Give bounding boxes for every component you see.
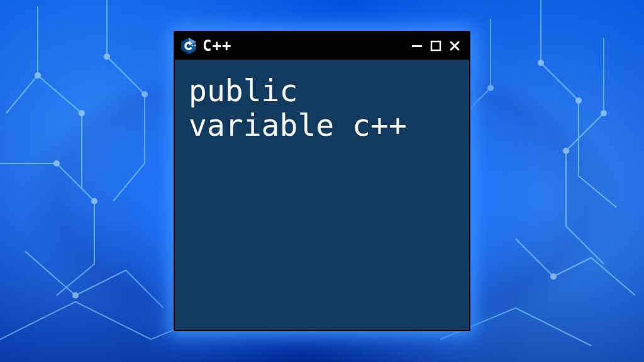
minimize-button[interactable]	[409, 38, 425, 54]
svg-point-4	[91, 198, 97, 204]
cpp-logo-icon	[180, 37, 197, 55]
svg-point-0	[35, 72, 41, 79]
svg-point-10	[563, 148, 569, 154]
svg-point-2	[104, 53, 110, 60]
svg-point-7	[575, 97, 582, 104]
svg-rect-18	[192, 45, 192, 47]
app-window: C++ public variable c++	[174, 31, 470, 331]
svg-point-12	[550, 273, 557, 280]
svg-rect-20	[194, 45, 195, 47]
svg-point-13	[72, 292, 79, 299]
svg-rect-22	[431, 41, 440, 50]
svg-point-8	[487, 85, 494, 91]
window-controls	[409, 38, 463, 54]
titlebar[interactable]: C++	[175, 32, 469, 60]
close-button[interactable]	[447, 38, 463, 54]
window-title: C++	[203, 37, 404, 55]
svg-point-11	[601, 110, 607, 116]
svg-point-1	[79, 110, 85, 116]
svg-point-3	[142, 91, 148, 97]
window-content: public variable c++	[175, 60, 469, 330]
svg-point-5	[53, 160, 60, 167]
svg-point-6	[538, 60, 544, 66]
maximize-button[interactable]	[428, 38, 444, 54]
svg-rect-21	[412, 45, 422, 47]
